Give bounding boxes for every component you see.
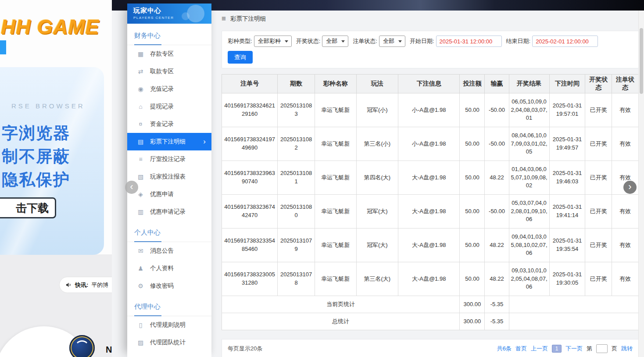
sidebar-menu: 财务中心▦存款专区⇄取款专区◉充值记录⌂提现记录¤资金记录▤彩票下注明细›≡厅室… (127, 24, 211, 351)
table-cell: 大-A盘@1.98 (398, 161, 460, 195)
sidebar-item-label: 提现记录 (150, 103, 174, 111)
jump-page-input[interactable] (596, 344, 608, 353)
order-status-group: 注单状态: 全部 (353, 36, 405, 47)
query-button[interactable]: 查询 (228, 51, 253, 64)
table-cell: 401569173832300531280 (222, 262, 278, 296)
sidebar-item-promo-apply[interactable]: ◈优惠申请 (127, 186, 211, 203)
download-button[interactable]: 击下载 (0, 197, 56, 218)
sidebar-item-hall-bet-records[interactable]: ≡厅室投注记录 (127, 150, 211, 168)
table-cell: 小-A盘@1.98 (398, 93, 460, 127)
sidebar-header: 玩家中心 PLAYERS CENTER (127, 4, 211, 24)
table-cell: 冠军(小) (356, 93, 398, 127)
sidebar-item-deposit-zone[interactable]: ▦存款专区 (127, 45, 211, 63)
page-title: 彩票下注明细 (230, 15, 266, 23)
table-row: 40156917383236744247020250131080幸运飞艇新冠军(… (222, 195, 639, 228)
table-cell: 2025-01-31 19:49:57 (549, 127, 585, 161)
sidebar-item-announcements[interactable]: ✉消息公告 (127, 242, 211, 260)
promo-line-1: 字浏览器 (2, 122, 70, 144)
table-cell: 06,05,10,09,02,04,08,03,07,01 (509, 93, 549, 127)
scrollbar[interactable] (638, 11, 644, 357)
promo-line-2: 制不屏蔽 (2, 146, 70, 168)
sidebar-item-label: 存款专区 (150, 50, 174, 58)
withdraw-icon: ⇄ (137, 68, 144, 75)
gear-icon: ⚙ (137, 282, 144, 289)
lottery-type-value: 全部彩种 (258, 37, 281, 45)
sidebar-item-withdraw-zone[interactable]: ⇄取款专区 (127, 63, 211, 80)
current-page[interactable]: 1 (552, 345, 562, 353)
table-cell: 50.00 (460, 93, 485, 127)
sidebar-item-player-bet-report[interactable]: ▧玩家投注报表 (127, 168, 211, 186)
summary-label: 当前页统计 (222, 296, 460, 313)
prev-page-link[interactable]: 上一页 (531, 345, 548, 353)
start-date-group: 开始日期: (410, 36, 502, 47)
column-header: 期数 (278, 75, 315, 93)
table-cell: 401569173832419749690 (222, 127, 278, 161)
jump-label-prefix: 第 (587, 345, 592, 353)
recharge-icon: ◉ (137, 86, 144, 93)
promo-icon: ◈ (137, 191, 144, 198)
sidebar-item-lottery-bet-details[interactable]: ▤彩票下注明细› (127, 133, 211, 150)
sidebar-item-change-password[interactable]: ⚙修改密码 (127, 277, 211, 295)
table-cell: -50.00 (485, 195, 509, 228)
table-cell: 大-A盘@1.98 (398, 228, 460, 262)
promo-tagline: RSE BROWSER (11, 102, 85, 110)
order-status-select[interactable]: 全部 (379, 36, 405, 47)
table-cell: -50.00 (485, 93, 509, 127)
carousel-right-arrow[interactable]: › (623, 181, 637, 194)
column-header: 彩种名称 (315, 75, 356, 93)
summary-label: 总统计 (222, 313, 460, 330)
lottery-type-group: 彩种类型: 全部彩种 (228, 36, 292, 47)
table-cell: 已开奖 (585, 127, 612, 161)
sidebar-item-agent-team-stats[interactable]: ▨代理团队统计 (127, 334, 211, 351)
menu-toggle-icon[interactable]: ≡ (222, 14, 226, 23)
draw-status-label: 开奖状态: (296, 37, 321, 45)
pagination-bar: 每页显示20条 共6条 首页 上一页 1 下一页 第 页 跳转 (222, 339, 639, 357)
end-date-label: 结束日期: (506, 37, 531, 45)
table-cell: 已开奖 (585, 195, 612, 228)
lottery-detail-icon: ▤ (137, 138, 144, 145)
scrollbar-thumb[interactable] (640, 28, 643, 94)
end-date-input[interactable] (532, 36, 598, 47)
table-cell: 20250131079 (278, 228, 315, 262)
sidebar-item-funds-records[interactable]: ¤资金记录 (127, 115, 211, 133)
sidebar-subtitle: PLAYERS CENTER (133, 16, 211, 20)
sidebar-item-recharge-records[interactable]: ◉充值记录 (127, 80, 211, 98)
table-header-row: 注单号期数彩种名称玩法下注信息投注额输赢开奖结果下注时间开奖状态注单状态 (222, 75, 639, 93)
first-page-link[interactable]: 首页 (515, 345, 527, 353)
table-cell: 已开奖 (585, 161, 612, 195)
table-cell: 20250131082 (278, 127, 315, 161)
total-count: 共6条 (497, 345, 512, 353)
page-header: ≡ 彩票下注明细 (222, 11, 639, 25)
deposit-icon: ▦ (137, 50, 144, 57)
chart-icon: ▨ (137, 339, 144, 346)
column-header: 注单号 (222, 75, 278, 93)
lottery-type-select[interactable]: 全部彩种 (254, 36, 292, 47)
sidebar-item-withdrawal-records[interactable]: ⌂提现记录 (127, 98, 211, 115)
report-icon: ▧ (137, 173, 144, 180)
summary-win-loss: -5.35 (485, 313, 509, 330)
table-cell: 冠军(大) (356, 228, 398, 262)
table-cell: 401569173832462129160 (222, 93, 278, 127)
promo-banner: RSE BROWSER 字浏览器 制不屏蔽 隐私保护 击下载 (0, 67, 104, 255)
next-page-link[interactable]: 下一页 (565, 345, 583, 353)
hall-record-icon: ≡ (137, 156, 144, 163)
draw-status-select[interactable]: 全部 (322, 36, 348, 47)
end-date-group: 结束日期: (506, 36, 598, 47)
filter-panel: 彩种类型: 全部彩种 开奖状态: 全部 注单状态: 全部 (222, 31, 639, 68)
table-cell: 有效 (612, 228, 639, 262)
sidebar-item-promo-apply-records[interactable]: ▥优惠申请记录 (127, 203, 211, 221)
column-header: 投注额 (460, 75, 485, 93)
start-date-input[interactable] (436, 36, 502, 47)
carousel-left-arrow[interactable]: ‹ (125, 181, 138, 194)
ticker-label: 快讯: (75, 281, 88, 289)
table-cell: 20250131083 (278, 93, 315, 127)
sidebar-item-agent-rules[interactable]: ▯代理规则说明 (127, 316, 211, 334)
sidebar-item-profile[interactable]: ♟个人资料 (127, 260, 211, 277)
table-cell: 2025-01-31 19:30:05 (549, 262, 585, 296)
table-cell: 2025-01-31 19:46:03 (549, 161, 585, 195)
sidebar: 玩家中心 PLAYERS CENTER 财务中心▦存款专区⇄取款专区◉充值记录⌂… (127, 4, 211, 357)
jump-label-suffix: 页 (612, 345, 617, 353)
sidebar-section-title: 财务中心 (127, 24, 211, 45)
document-icon: ▯ (137, 321, 144, 328)
jump-button[interactable]: 跳转 (621, 345, 633, 353)
